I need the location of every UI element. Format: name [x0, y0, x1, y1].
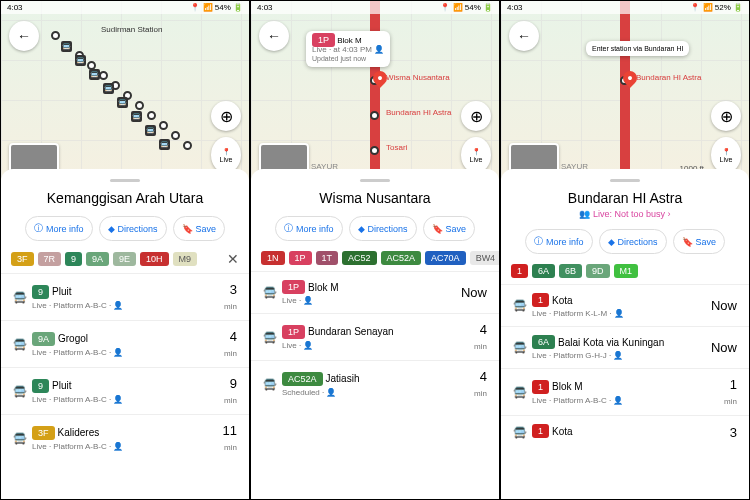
destination: Blok M — [552, 381, 583, 392]
bus-marker[interactable]: 🚍 — [131, 111, 142, 122]
transit-stop-marker[interactable] — [99, 71, 108, 80]
directions-icon: ◆ — [358, 224, 365, 234]
route-chip[interactable]: 9D — [586, 264, 610, 278]
sheet-handle[interactable] — [360, 179, 390, 182]
route-chip[interactable]: M1 — [614, 264, 639, 278]
live-button[interactable]: 📍Live — [711, 137, 741, 173]
live-icon: 📍 — [472, 148, 481, 156]
bus-marker[interactable]: 🚍 — [117, 97, 128, 108]
close-routes-icon[interactable]: ✕ — [227, 251, 239, 267]
route-chips-row: 3F7R99A9E10HM9✕ — [1, 251, 249, 267]
departures-list[interactable]: 🚍 1KotaLive · Platform K-L-M · 👤 Now 🚍 6… — [501, 284, 749, 489]
route-chip[interactable]: M9 — [173, 252, 198, 266]
bus-marker[interactable]: 🚍 — [75, 55, 86, 66]
departure-row[interactable]: 🚍 6ABalai Kota via KuninganLive · Platfo… — [501, 326, 749, 368]
back-button[interactable]: ← — [9, 21, 39, 51]
busyness-indicator[interactable]: 👥 Live: Not too busy › — [501, 209, 749, 219]
route-chip[interactable]: AC52 — [342, 251, 377, 265]
directions-button[interactable]: ◆Directions — [349, 216, 417, 241]
locate-button[interactable]: ⊕ — [211, 101, 241, 131]
departure-row[interactable]: 🚍 1PBlok MLive · 👤 Now — [251, 271, 499, 313]
route-chip: 1 — [532, 424, 549, 438]
directions-button[interactable]: ◆Directions — [599, 229, 667, 254]
live-label: Live — [220, 156, 233, 163]
destination: Pluit — [52, 286, 71, 297]
map-area[interactable]: ← ⊕ 📍Live Enter station via Bundaran HIB… — [501, 1, 749, 181]
departure-subtext: Live · 👤 — [282, 296, 461, 305]
route-chip[interactable]: 7R — [38, 252, 62, 266]
map-area[interactable]: ← ⊕ 📍Live Sudirman Station🚍🚍🚍🚍🚍🚍🚍🚍 — [1, 1, 249, 181]
bottom-sheet[interactable]: Kemanggisan Arah Utara ⓘMore info ◆Direc… — [1, 169, 249, 499]
transit-stop-marker[interactable] — [370, 111, 379, 120]
more-info-button[interactable]: ⓘMore info — [525, 229, 593, 254]
route-chip[interactable]: AC70A — [425, 251, 466, 265]
route-chip[interactable]: 1P — [289, 251, 312, 265]
bus-icon: 🚍 — [13, 338, 27, 351]
route-chip[interactable]: AC52A — [381, 251, 422, 265]
status-time: 4:03 — [507, 3, 523, 12]
transit-popup[interactable]: 1P Blok MLive · at 4:03 PM 👤Updated just… — [306, 31, 390, 67]
route-chip[interactable]: 9E — [113, 252, 136, 266]
map-area[interactable]: ← ⊕ 📍Live 1P Blok MLive · at 4:03 PM 👤Up… — [251, 1, 499, 181]
departures-list[interactable]: 🚍 9PluitLive · Platform A-B-C · 👤 3min 🚍… — [1, 273, 249, 489]
more-info-button[interactable]: ⓘMore info — [25, 216, 93, 241]
status-time: 4:03 — [257, 3, 273, 12]
destination: Grogol — [58, 333, 88, 344]
locate-button[interactable]: ⊕ — [461, 101, 491, 131]
departure-row[interactable]: 🚍 1Blok MLive · Platform A-B-C · 👤 1min — [501, 368, 749, 415]
departure-row[interactable]: 🚍 9PluitLive · Platform A-B-C · 👤 3min — [1, 273, 249, 320]
route-chip[interactable]: 9A — [86, 252, 109, 266]
bus-marker[interactable]: 🚍 — [145, 125, 156, 136]
transit-stop-marker[interactable] — [183, 141, 192, 150]
departure-row[interactable]: 🚍 1PBundaran SenayanLive · 👤 4min — [251, 313, 499, 360]
route-chip[interactable]: 1T — [316, 251, 339, 265]
directions-button[interactable]: ◆Directions — [99, 216, 167, 241]
departure-row[interactable]: 🚍 1KotaLive · Platform K-L-M · 👤 Now — [501, 284, 749, 326]
transit-stop-marker[interactable] — [147, 111, 156, 120]
back-button[interactable]: ← — [259, 21, 289, 51]
back-button[interactable]: ← — [509, 21, 539, 51]
departure-row[interactable]: 🚍 9AGrogolLive · Platform A-B-C · 👤 4min — [1, 320, 249, 367]
sheet-handle[interactable] — [610, 179, 640, 182]
sheet-handle[interactable] — [110, 179, 140, 182]
transit-stop-marker[interactable] — [135, 101, 144, 110]
route-chip[interactable]: 6B — [559, 264, 582, 278]
enter-station-popup[interactable]: Enter station via Bundaran HI — [586, 41, 689, 56]
destination: Blok M — [308, 282, 339, 293]
bus-marker[interactable]: 🚍 — [103, 83, 114, 94]
bus-marker[interactable]: 🚍 — [89, 69, 100, 80]
locate-button[interactable]: ⊕ — [711, 101, 741, 131]
transit-stop-marker[interactable] — [171, 131, 180, 140]
bus-marker[interactable]: 🚍 — [61, 41, 72, 52]
live-label: Live — [720, 156, 733, 163]
transit-stop-marker[interactable] — [159, 121, 168, 130]
route-chip[interactable]: 6A — [532, 264, 555, 278]
departures-list[interactable]: 🚍 1PBlok MLive · 👤 Now 🚍 1PBundaran Sena… — [251, 271, 499, 489]
route-chip[interactable]: 1 — [511, 264, 528, 278]
route-chip[interactable]: 10H — [140, 252, 169, 266]
live-button[interactable]: 📍Live — [461, 137, 491, 173]
departure-row[interactable]: 🚍 9PluitLive · Platform A-B-C · 👤 9min — [1, 367, 249, 414]
departure-row[interactable]: 🚍 3FKalideresLive · Platform A-B-C · 👤 1… — [1, 414, 249, 461]
route-chip[interactable]: 1N — [261, 251, 285, 265]
more-info-button[interactable]: ⓘMore info — [275, 216, 343, 241]
save-button[interactable]: 🔖Save — [173, 216, 226, 241]
eta: 4min — [474, 322, 487, 352]
bus-icon: 🚍 — [513, 299, 527, 312]
departure-row[interactable]: 🚍 1Kota 3 — [501, 415, 749, 448]
station-title: Kemanggisan Arah Utara — [1, 190, 249, 206]
destination: Kalideres — [58, 427, 100, 438]
transit-stop-marker[interactable] — [370, 146, 379, 155]
departure-row[interactable]: 🚍 AC52AJatiasihScheduled · 👤 4min — [251, 360, 499, 407]
route-chip[interactable]: BW4 — [470, 251, 499, 265]
bus-marker[interactable]: 🚍 — [159, 139, 170, 150]
route-chip[interactable]: 3F — [11, 252, 34, 266]
bottom-sheet[interactable]: Wisma Nusantara ⓘMore info ◆Directions 🔖… — [251, 169, 499, 499]
transit-stop-marker[interactable] — [51, 31, 60, 40]
bottom-sheet[interactable]: Bundaran HI Astra👥 Live: Not too busy › … — [501, 169, 749, 499]
save-button[interactable]: 🔖Save — [673, 229, 726, 254]
live-label: Live — [470, 156, 483, 163]
save-button[interactable]: 🔖Save — [423, 216, 476, 241]
route-chip[interactable]: 9 — [65, 252, 82, 266]
live-button[interactable]: 📍Live — [211, 137, 241, 173]
